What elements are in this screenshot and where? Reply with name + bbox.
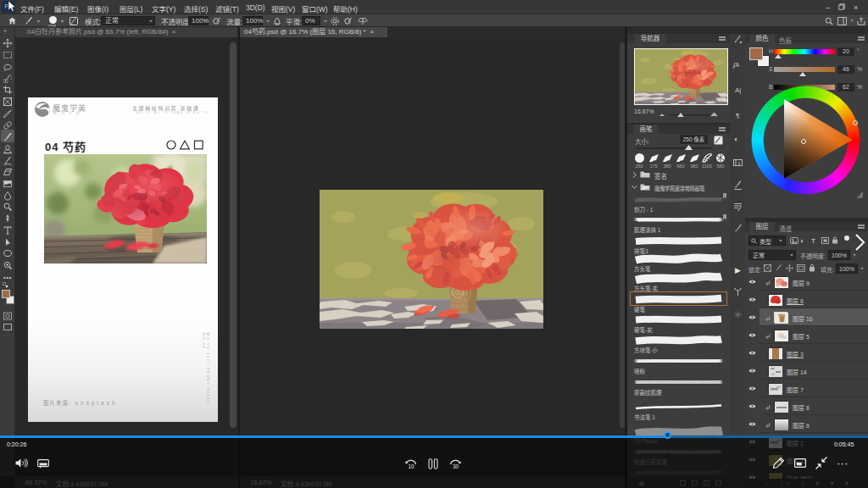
svg-text:30: 30: [453, 463, 459, 469]
svg-text:10: 10: [409, 463, 415, 469]
